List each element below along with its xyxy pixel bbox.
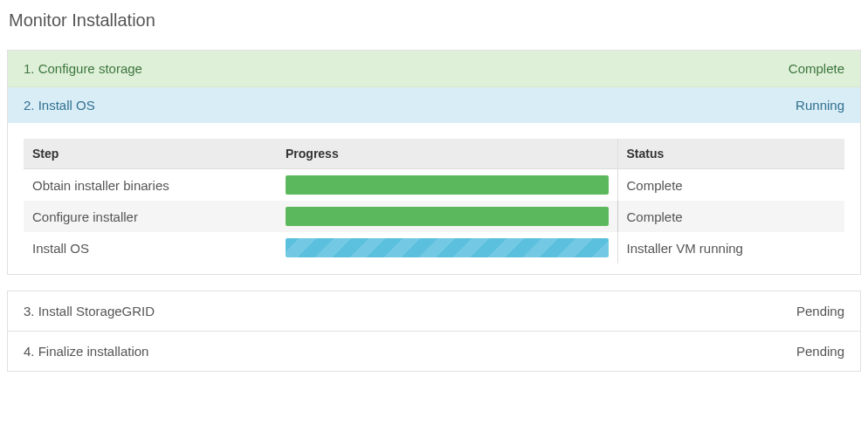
stage-status: Pending bbox=[796, 304, 844, 318]
stage-status: Complete bbox=[789, 61, 844, 76]
stage-header-install-storagegrid[interactable]: 3. Install StorageGRID Pending bbox=[7, 291, 861, 332]
step-name: Obtain installer binaries bbox=[24, 169, 277, 202]
table-row: Install OS Installer VM running bbox=[24, 232, 844, 264]
col-header-status: Status bbox=[617, 139, 844, 169]
stage-header-install-os[interactable]: 2. Install OS Running bbox=[8, 87, 860, 123]
step-progress-cell bbox=[277, 201, 617, 232]
stage-status: Running bbox=[796, 98, 844, 113]
step-progress-cell bbox=[277, 169, 617, 202]
stage-header-configure-storage[interactable]: 1. Configure storage Complete bbox=[8, 51, 860, 87]
step-status: Complete bbox=[617, 169, 844, 202]
step-progress-cell bbox=[277, 232, 617, 264]
stage-panel-active: 1. Configure storage Complete 2. Install… bbox=[7, 50, 861, 275]
stage-header-finalize[interactable]: 4. Finalize installation Pending bbox=[7, 332, 861, 372]
table-row: Configure installer Complete bbox=[24, 201, 844, 232]
step-status: Installer VM running bbox=[617, 232, 844, 264]
step-name: Configure installer bbox=[24, 201, 277, 232]
col-header-step: Step bbox=[24, 139, 277, 169]
step-status: Complete bbox=[617, 201, 844, 232]
install-os-steps-table: Step Progress Status Obtain installer bi… bbox=[24, 139, 844, 264]
stage-label: 4. Finalize installation bbox=[24, 344, 148, 359]
stage-body-install-os: Step Progress Status Obtain installer bi… bbox=[8, 123, 860, 274]
stage-label: 1. Configure storage bbox=[24, 61, 142, 76]
col-header-progress: Progress bbox=[277, 139, 617, 169]
stage-status: Pending bbox=[796, 344, 844, 359]
page-title: Monitor Installation bbox=[7, 10, 861, 31]
stage-label: 3. Install StorageGRID bbox=[24, 304, 155, 318]
progress-bar bbox=[286, 238, 609, 257]
progress-bar bbox=[286, 207, 609, 226]
table-row: Obtain installer binaries Complete bbox=[24, 169, 844, 202]
stage-label: 2. Install OS bbox=[24, 98, 95, 113]
step-name: Install OS bbox=[24, 232, 277, 264]
progress-bar bbox=[286, 175, 609, 195]
